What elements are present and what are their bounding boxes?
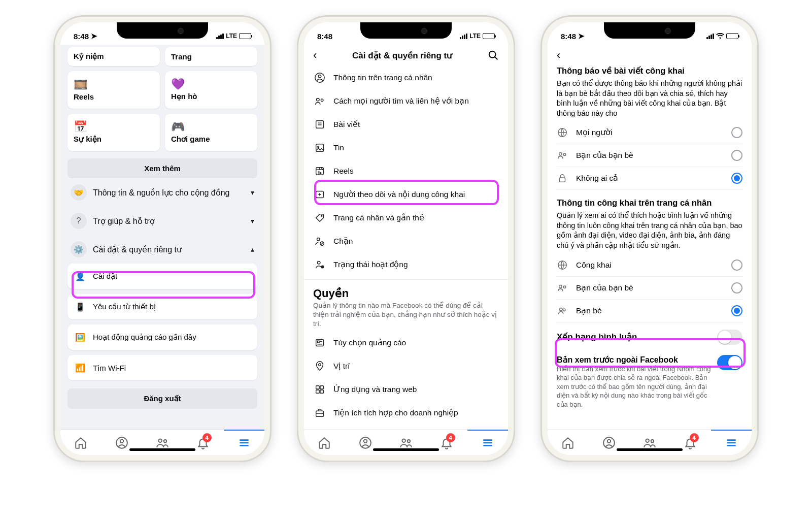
tab-menu[interactable] xyxy=(711,430,752,455)
shortcut-memories[interactable]: Kỷ niệm xyxy=(67,47,160,66)
carrier-label: LTE xyxy=(469,32,481,40)
globe-icon xyxy=(557,127,568,138)
accordion-settings-privacy[interactable]: ⚙️ Cài đặt & quyền riêng tư ▴ xyxy=(67,235,257,264)
tab-home[interactable] xyxy=(304,430,345,455)
row-followers-public[interactable]: Người theo dõi và nội dung công khai xyxy=(313,183,499,206)
row-upload-contacts[interactable]: Tải danh bạ lên xyxy=(313,425,499,430)
globe-icon xyxy=(557,259,568,271)
status-time: 8:48 xyxy=(74,32,89,41)
option-label: Bạn của bạn bè xyxy=(576,151,633,160)
comment-ranking-toggle[interactable] xyxy=(717,330,742,345)
tab-home[interactable] xyxy=(548,430,588,455)
tile-label: Kỷ niệm xyxy=(74,52,154,61)
shortcut-events[interactable]: 📅Sự kiện xyxy=(67,114,160,151)
row-business-integrations[interactable]: Tiện ích tích hợp cho doanh nghiệp xyxy=(313,401,499,425)
svg-rect-34 xyxy=(320,385,323,388)
row-location[interactable]: Vị trí xyxy=(313,354,499,378)
tab-friends[interactable] xyxy=(386,430,426,455)
tab-friends[interactable] xyxy=(142,430,183,455)
row-label: Reels xyxy=(333,167,354,176)
option-label: Bạn của bạn bè xyxy=(576,283,633,292)
option-friends-of-friends2[interactable]: Bạn của bạn bè xyxy=(557,277,742,300)
shortcut-reels[interactable]: 🎞️Reels xyxy=(67,71,160,109)
svg-point-32 xyxy=(319,364,321,366)
radio-button[interactable] xyxy=(731,150,742,161)
search-button[interactable] xyxy=(488,50,499,61)
row-label: Ứng dụng và trang web xyxy=(333,385,417,394)
notification-badge: 4 xyxy=(446,433,455,442)
tab-notifications[interactable]: 4 xyxy=(183,430,223,455)
accordion-label: Thông tin & nguồn lực cho cộng đồng xyxy=(93,188,230,198)
radio-button-selected[interactable] xyxy=(731,173,742,184)
row-reels[interactable]: Reels xyxy=(313,159,499,183)
tab-notifications[interactable]: 4 xyxy=(426,430,467,455)
off-fb-preview-row: Bản xem trước ngoài Facebook Hiển thị bả… xyxy=(557,352,742,416)
row-stories[interactable]: Tin xyxy=(313,136,499,159)
phone-3: 8:48➤ ‹ Thông báo về bài viết công khai … xyxy=(540,15,759,462)
row-apps-websites[interactable]: Ứng dụng và trang web xyxy=(313,378,499,401)
row-label: Cách mọi người tìm và liên hệ với bạn xyxy=(333,96,469,106)
page-header: ‹ Cài đặt & quyền riêng tư xyxy=(304,45,508,66)
tab-home[interactable] xyxy=(60,430,101,455)
option-public2[interactable]: Công khai xyxy=(557,254,742,277)
row-find-contact[interactable]: Cách mọi người tìm và liên hệ với bạn xyxy=(313,89,499,113)
radio-button[interactable] xyxy=(731,259,742,271)
option-label: Công khai xyxy=(576,260,612,270)
friends-icon xyxy=(557,282,568,294)
row-blocking[interactable]: Chặn xyxy=(313,230,499,253)
tile-label: Reels xyxy=(74,92,154,101)
row-profile-info[interactable]: Thông tin trên trang cá nhân xyxy=(313,66,499,89)
svg-point-52 xyxy=(559,285,562,288)
tab-friends[interactable] xyxy=(629,430,670,455)
tab-profile[interactable] xyxy=(101,430,142,455)
menu-find-wifi[interactable]: 📶 Tìm Wi-Fi xyxy=(67,355,257,380)
people-icon xyxy=(314,95,325,107)
off-fb-preview-toggle[interactable] xyxy=(717,355,742,370)
battery-icon xyxy=(239,33,251,39)
option-friends[interactable]: Bạn bè xyxy=(557,300,742,322)
row-posts[interactable]: Bài viết xyxy=(313,113,499,136)
tab-notifications[interactable]: 4 xyxy=(670,430,710,455)
notification-badge: 4 xyxy=(690,433,699,442)
notch xyxy=(117,22,208,39)
see-more-button[interactable]: Xem thêm xyxy=(67,158,257,178)
section-description: Bạn có thể được thông báo khi những ngườ… xyxy=(557,79,742,118)
row-profile-tagging[interactable]: Trang cá nhân và gắn thẻ xyxy=(313,206,499,230)
home-indicator[interactable] xyxy=(129,448,195,451)
accordion-help[interactable]: ? Trợ giúp & hỗ trợ ▾ xyxy=(67,207,257,235)
tab-menu[interactable] xyxy=(467,430,508,455)
radio-button[interactable] xyxy=(731,127,742,138)
reels-icon xyxy=(314,166,325,177)
accordion-community[interactable]: 🤝 Thông tin & nguồn lực cho cộng đồng ▾ xyxy=(67,178,257,207)
home-indicator[interactable] xyxy=(373,448,439,451)
tab-profile[interactable] xyxy=(345,430,385,455)
image-icon xyxy=(314,142,325,153)
phone-icon: 📱 xyxy=(75,301,86,312)
back-button[interactable]: ‹ xyxy=(313,49,317,62)
menu-settings[interactable]: 👤 Cài đặt xyxy=(67,264,257,289)
option-friends-of-friends[interactable]: Bạn của bạn bè xyxy=(557,144,742,167)
sub-item-label: Yêu cầu từ thiết bị xyxy=(93,302,156,311)
back-button[interactable]: ‹ xyxy=(557,49,560,62)
block-icon xyxy=(314,236,325,247)
option-public[interactable]: Mọi người xyxy=(557,121,742,144)
home-indicator[interactable] xyxy=(617,448,683,451)
option-nobody[interactable]: Không ai cả xyxy=(557,167,742,190)
tab-menu[interactable] xyxy=(224,430,264,455)
svg-point-26 xyxy=(317,262,320,265)
svg-line-8 xyxy=(495,57,498,60)
menu-recent-ad-activity[interactable]: 🖼️ Hoạt động quảng cáo gần đây xyxy=(67,324,257,350)
menu-device-requests[interactable]: 📱 Yêu cầu từ thiết bị xyxy=(67,294,257,319)
radio-button[interactable] xyxy=(731,282,742,294)
shortcut-dating[interactable]: 💜Hẹn hò xyxy=(165,71,257,109)
row-ad-preferences[interactable]: Tùy chọn quảng cáo xyxy=(313,331,499,354)
row-active-status[interactable]: Trạng thái hoạt động xyxy=(313,253,499,276)
logout-button[interactable]: Đăng xuất xyxy=(67,388,257,409)
svg-point-10 xyxy=(318,75,321,78)
row-label: Tùy chọn quảng cáo xyxy=(333,338,406,347)
tab-profile[interactable] xyxy=(588,430,629,455)
svg-rect-35 xyxy=(316,390,319,393)
shortcut-pages[interactable]: Trang xyxy=(165,47,257,66)
radio-button-selected[interactable] xyxy=(731,305,742,316)
shortcut-gaming[interactable]: 🎮Chơi game xyxy=(165,114,257,151)
